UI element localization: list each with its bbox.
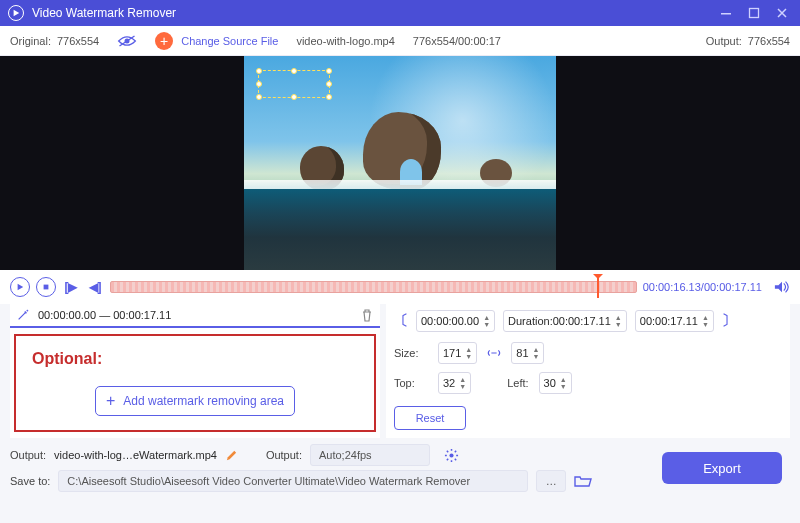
- output-dim-label: Output:: [706, 35, 742, 47]
- plus-icon: +: [155, 32, 173, 50]
- properties-panel: 〔 00:00:00.00 ▲▼ Duration:00:00:17.11 ▲▼…: [386, 304, 790, 438]
- link-aspect-icon[interactable]: [487, 347, 501, 359]
- top-label: Top:: [394, 377, 428, 389]
- preview-canvas: [244, 56, 556, 270]
- optional-callout: Optional: + Add watermark removing area: [14, 334, 376, 432]
- time-readout: 00:00:16.13/00:00:17.11: [643, 281, 762, 293]
- preview-toggle-icon[interactable]: [117, 34, 137, 48]
- left-value: 30: [544, 377, 556, 389]
- playhead[interactable]: [597, 276, 599, 298]
- browse-button[interactable]: …: [536, 470, 566, 492]
- app-icon: [8, 5, 24, 21]
- minimize-button[interactable]: [716, 3, 736, 23]
- spin-icon[interactable]: ▲▼: [702, 314, 709, 328]
- spin-icon[interactable]: ▲▼: [459, 376, 466, 390]
- reset-button[interactable]: Reset: [394, 406, 466, 430]
- change-source-button[interactable]: + Change Source File: [155, 32, 278, 50]
- top-value: 32: [443, 377, 455, 389]
- range-start-bracket-icon[interactable]: 〔: [394, 312, 408, 330]
- save-path-display: C:\Aiseesoft Studio\Aiseesoft Video Conv…: [58, 470, 528, 492]
- spin-icon[interactable]: ▲▼: [615, 314, 622, 328]
- output-format-label: Output:: [266, 449, 302, 461]
- svg-point-8: [449, 453, 453, 457]
- rename-icon[interactable]: [225, 449, 238, 462]
- range-end-input[interactable]: 00:00:17.11 ▲▼: [635, 310, 714, 332]
- output-format-select[interactable]: Auto;24fps: [310, 444, 430, 466]
- source-filename: video-with-logo.mp4: [296, 35, 394, 47]
- svg-marker-7: [775, 282, 782, 293]
- duration-label: Duration:: [508, 315, 553, 327]
- output-format-value: Auto;24fps: [319, 449, 372, 461]
- title-bar: Video Watermark Remover: [0, 0, 800, 26]
- stop-button[interactable]: [36, 277, 56, 297]
- spin-icon[interactable]: ▲▼: [560, 376, 567, 390]
- size-height-value: 81: [516, 347, 528, 359]
- spin-icon[interactable]: ▲▼: [483, 314, 490, 328]
- segment-range: 00:00:00.00 — 00:00:17.11: [38, 309, 171, 321]
- segment-row[interactable]: 00:00:00.00 — 00:00:17.11: [10, 304, 380, 328]
- size-height-input[interactable]: 81 ▲▼: [511, 342, 544, 364]
- open-folder-icon[interactable]: [574, 474, 592, 488]
- svg-marker-0: [14, 10, 20, 16]
- output-dim-value: 776x554: [748, 35, 790, 47]
- position-row: Top: 32 ▲▼ Left: 30 ▲▼: [386, 368, 790, 398]
- range-start-value: 00:00:00.00: [421, 315, 479, 327]
- maximize-button[interactable]: [744, 3, 764, 23]
- export-button[interactable]: Export: [662, 452, 782, 484]
- spin-icon[interactable]: ▲▼: [465, 346, 472, 360]
- add-button-label: Add watermark removing area: [123, 394, 284, 408]
- left-input[interactable]: 30 ▲▼: [539, 372, 572, 394]
- save-to-label: Save to:: [10, 475, 50, 487]
- original-label: Original:: [10, 35, 51, 47]
- optional-title: Optional:: [32, 350, 364, 368]
- change-source-label: Change Source File: [181, 35, 278, 47]
- source-info: 776x554/00:00:17: [413, 35, 501, 47]
- segments-panel: 00:00:00.00 — 00:00:17.11 Optional: + Ad…: [10, 304, 380, 438]
- output-dimensions: Output: 776x554: [706, 35, 790, 47]
- svg-rect-2: [750, 9, 759, 18]
- size-width-value: 171: [443, 347, 461, 359]
- mark-out-button[interactable]: ◀]: [86, 278, 104, 296]
- output-label: Output:: [10, 449, 46, 461]
- time-range-row: 〔 00:00:00.00 ▲▼ Duration:00:00:17.11 ▲▼…: [386, 304, 790, 338]
- add-watermark-area-button[interactable]: + Add watermark removing area: [95, 386, 295, 416]
- size-row: Size: 171 ▲▼ 81 ▲▼: [386, 338, 790, 368]
- left-label: Left:: [507, 377, 528, 389]
- duration-value: 00:00:17.11: [553, 315, 611, 327]
- delete-segment-icon[interactable]: [360, 308, 374, 322]
- range-end-value: 00:00:17.11: [640, 315, 698, 327]
- size-width-input[interactable]: 171 ▲▼: [438, 342, 477, 364]
- duration-input[interactable]: Duration:00:00:17.11 ▲▼: [503, 310, 627, 332]
- watermark-selection-box[interactable]: [258, 70, 330, 98]
- video-preview[interactable]: [0, 56, 800, 270]
- output-settings-icon[interactable]: [444, 448, 459, 463]
- close-button[interactable]: [772, 3, 792, 23]
- footer: Output: video-with-log…eWatermark.mp4 Ou…: [0, 438, 800, 498]
- timeline[interactable]: [110, 276, 637, 298]
- range-start-input[interactable]: 00:00:00.00 ▲▼: [416, 310, 495, 332]
- wand-icon: [16, 308, 30, 322]
- svg-marker-5: [18, 284, 24, 290]
- time-current: 00:00:16.13: [643, 281, 701, 293]
- plus-icon: +: [106, 393, 115, 409]
- volume-icon[interactable]: [774, 280, 790, 294]
- size-label: Size:: [394, 347, 428, 359]
- play-button[interactable]: [10, 277, 30, 297]
- svg-rect-1: [721, 13, 731, 15]
- top-info-bar: Original: 776x554 + Change Source File v…: [0, 26, 800, 56]
- range-end-bracket-icon[interactable]: 〕: [722, 312, 736, 330]
- transport-bar: [▶ ◀] 00:00:16.13/00:00:17.11: [0, 270, 800, 304]
- time-total: 00:00:17.11: [704, 281, 762, 293]
- svg-rect-6: [44, 285, 49, 290]
- spin-icon[interactable]: ▲▼: [533, 346, 540, 360]
- output-filename: video-with-log…eWatermark.mp4: [54, 449, 217, 461]
- original-dimensions: Original: 776x554: [10, 35, 99, 47]
- original-value: 776x554: [57, 35, 99, 47]
- save-path-value: C:\Aiseesoft Studio\Aiseesoft Video Conv…: [67, 475, 470, 487]
- mark-in-button[interactable]: [▶: [62, 278, 80, 296]
- top-input[interactable]: 32 ▲▼: [438, 372, 471, 394]
- app-title: Video Watermark Remover: [32, 6, 176, 20]
